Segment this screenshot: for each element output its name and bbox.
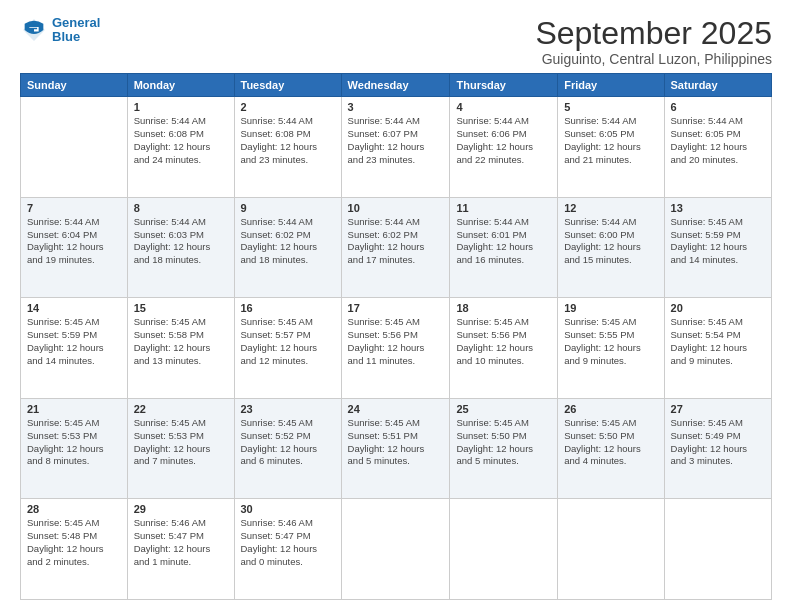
day-info: Sunrise: 5:45 AM Sunset: 5:56 PM Dayligh… [456,316,551,367]
logo-icon [20,16,48,44]
day-cell-19: 19Sunrise: 5:45 AM Sunset: 5:55 PM Dayli… [558,298,664,399]
weekday-header-tuesday: Tuesday [234,74,341,97]
day-number: 8 [134,202,228,214]
day-info: Sunrise: 5:44 AM Sunset: 6:05 PM Dayligh… [671,115,765,166]
day-info: Sunrise: 5:45 AM Sunset: 5:58 PM Dayligh… [134,316,228,367]
day-info: Sunrise: 5:46 AM Sunset: 5:47 PM Dayligh… [241,517,335,568]
day-cell-21: 21Sunrise: 5:45 AM Sunset: 5:53 PM Dayli… [21,398,128,499]
day-info: Sunrise: 5:45 AM Sunset: 5:59 PM Dayligh… [671,216,765,267]
day-number: 10 [348,202,444,214]
day-cell-22: 22Sunrise: 5:45 AM Sunset: 5:53 PM Dayli… [127,398,234,499]
day-number: 6 [671,101,765,113]
day-cell-9: 9Sunrise: 5:44 AM Sunset: 6:02 PM Daylig… [234,197,341,298]
day-number: 28 [27,503,121,515]
title-block: September 2025 Guiguinto, Central Luzon,… [535,16,772,67]
day-cell-30: 30Sunrise: 5:46 AM Sunset: 5:47 PM Dayli… [234,499,341,600]
day-number: 21 [27,403,121,415]
day-cell-2: 2Sunrise: 5:44 AM Sunset: 6:08 PM Daylig… [234,97,341,198]
weekday-header-thursday: Thursday [450,74,558,97]
day-info: Sunrise: 5:44 AM Sunset: 6:01 PM Dayligh… [456,216,551,267]
day-info: Sunrise: 5:44 AM Sunset: 6:02 PM Dayligh… [348,216,444,267]
weekday-header-saturday: Saturday [664,74,771,97]
day-cell-17: 17Sunrise: 5:45 AM Sunset: 5:56 PM Dayli… [341,298,450,399]
day-info: Sunrise: 5:45 AM Sunset: 5:55 PM Dayligh… [564,316,657,367]
day-cell-26: 26Sunrise: 5:45 AM Sunset: 5:50 PM Dayli… [558,398,664,499]
week-row-4: 28Sunrise: 5:45 AM Sunset: 5:48 PM Dayli… [21,499,772,600]
logo: General Blue [20,16,100,45]
day-cell-24: 24Sunrise: 5:45 AM Sunset: 5:51 PM Dayli… [341,398,450,499]
empty-cell [558,499,664,600]
day-info: Sunrise: 5:44 AM Sunset: 6:07 PM Dayligh… [348,115,444,166]
week-row-0: 1Sunrise: 5:44 AM Sunset: 6:08 PM Daylig… [21,97,772,198]
day-info: Sunrise: 5:44 AM Sunset: 6:08 PM Dayligh… [134,115,228,166]
day-cell-6: 6Sunrise: 5:44 AM Sunset: 6:05 PM Daylig… [664,97,771,198]
day-number: 19 [564,302,657,314]
day-number: 23 [241,403,335,415]
day-cell-29: 29Sunrise: 5:46 AM Sunset: 5:47 PM Dayli… [127,499,234,600]
day-number: 26 [564,403,657,415]
day-number: 29 [134,503,228,515]
day-info: Sunrise: 5:45 AM Sunset: 5:59 PM Dayligh… [27,316,121,367]
day-info: Sunrise: 5:44 AM Sunset: 6:02 PM Dayligh… [241,216,335,267]
weekday-header-monday: Monday [127,74,234,97]
week-row-1: 7Sunrise: 5:44 AM Sunset: 6:04 PM Daylig… [21,197,772,298]
day-number: 5 [564,101,657,113]
day-info: Sunrise: 5:45 AM Sunset: 5:54 PM Dayligh… [671,316,765,367]
day-info: Sunrise: 5:45 AM Sunset: 5:51 PM Dayligh… [348,417,444,468]
day-cell-12: 12Sunrise: 5:44 AM Sunset: 6:00 PM Dayli… [558,197,664,298]
empty-cell [450,499,558,600]
day-number: 9 [241,202,335,214]
day-cell-16: 16Sunrise: 5:45 AM Sunset: 5:57 PM Dayli… [234,298,341,399]
day-cell-27: 27Sunrise: 5:45 AM Sunset: 5:49 PM Dayli… [664,398,771,499]
header: General Blue September 2025 Guiguinto, C… [20,16,772,67]
day-number: 3 [348,101,444,113]
logo-line1: General [52,15,100,30]
day-cell-14: 14Sunrise: 5:45 AM Sunset: 5:59 PM Dayli… [21,298,128,399]
day-info: Sunrise: 5:44 AM Sunset: 6:05 PM Dayligh… [564,115,657,166]
day-cell-1: 1Sunrise: 5:44 AM Sunset: 6:08 PM Daylig… [127,97,234,198]
day-cell-15: 15Sunrise: 5:45 AM Sunset: 5:58 PM Dayli… [127,298,234,399]
day-number: 22 [134,403,228,415]
day-number: 17 [348,302,444,314]
day-cell-4: 4Sunrise: 5:44 AM Sunset: 6:06 PM Daylig… [450,97,558,198]
day-number: 20 [671,302,765,314]
day-number: 15 [134,302,228,314]
day-info: Sunrise: 5:44 AM Sunset: 6:03 PM Dayligh… [134,216,228,267]
day-cell-20: 20Sunrise: 5:45 AM Sunset: 5:54 PM Dayli… [664,298,771,399]
day-cell-7: 7Sunrise: 5:44 AM Sunset: 6:04 PM Daylig… [21,197,128,298]
day-info: Sunrise: 5:44 AM Sunset: 6:08 PM Dayligh… [241,115,335,166]
day-info: Sunrise: 5:45 AM Sunset: 5:50 PM Dayligh… [456,417,551,468]
logo-line2: Blue [52,29,80,44]
day-info: Sunrise: 5:46 AM Sunset: 5:47 PM Dayligh… [134,517,228,568]
weekday-header-wednesday: Wednesday [341,74,450,97]
day-number: 25 [456,403,551,415]
day-info: Sunrise: 5:45 AM Sunset: 5:50 PM Dayligh… [564,417,657,468]
calendar-table: SundayMondayTuesdayWednesdayThursdayFrid… [20,73,772,600]
day-number: 1 [134,101,228,113]
day-info: Sunrise: 5:44 AM Sunset: 6:06 PM Dayligh… [456,115,551,166]
day-info: Sunrise: 5:44 AM Sunset: 6:04 PM Dayligh… [27,216,121,267]
day-number: 14 [27,302,121,314]
day-number: 4 [456,101,551,113]
empty-cell [21,97,128,198]
week-row-3: 21Sunrise: 5:45 AM Sunset: 5:53 PM Dayli… [21,398,772,499]
day-number: 2 [241,101,335,113]
day-number: 18 [456,302,551,314]
day-number: 16 [241,302,335,314]
day-cell-3: 3Sunrise: 5:44 AM Sunset: 6:07 PM Daylig… [341,97,450,198]
day-info: Sunrise: 5:45 AM Sunset: 5:53 PM Dayligh… [134,417,228,468]
weekday-header-sunday: Sunday [21,74,128,97]
logo-text: General Blue [52,16,100,45]
day-cell-18: 18Sunrise: 5:45 AM Sunset: 5:56 PM Dayli… [450,298,558,399]
day-number: 11 [456,202,551,214]
day-number: 27 [671,403,765,415]
day-cell-13: 13Sunrise: 5:45 AM Sunset: 5:59 PM Dayli… [664,197,771,298]
day-info: Sunrise: 5:45 AM Sunset: 5:57 PM Dayligh… [241,316,335,367]
weekday-header-row: SundayMondayTuesdayWednesdayThursdayFrid… [21,74,772,97]
day-info: Sunrise: 5:45 AM Sunset: 5:49 PM Dayligh… [671,417,765,468]
weekday-header-friday: Friday [558,74,664,97]
empty-cell [341,499,450,600]
day-info: Sunrise: 5:45 AM Sunset: 5:52 PM Dayligh… [241,417,335,468]
day-number: 30 [241,503,335,515]
day-number: 7 [27,202,121,214]
